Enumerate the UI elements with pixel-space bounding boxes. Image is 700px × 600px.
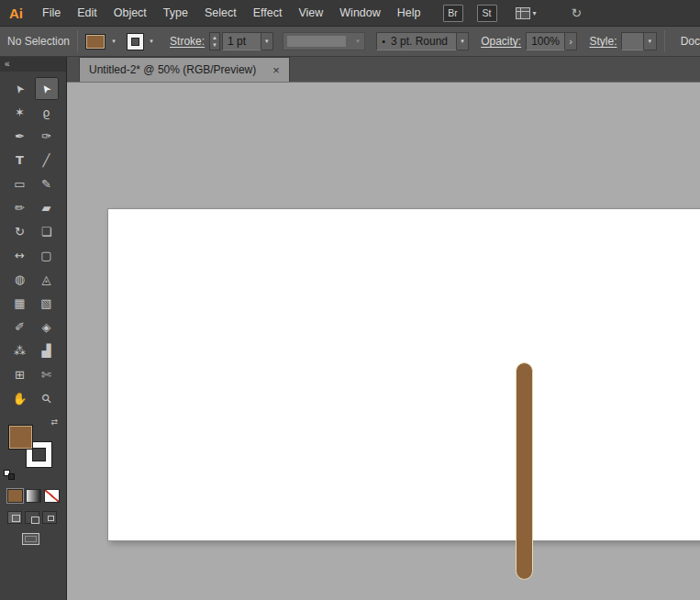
pen-icon: ✒ [15,130,25,142]
style-panel-link[interactable]: Style: [589,35,617,48]
stroke-weight-dropdown[interactable]: ▾ [261,32,274,50]
shape-builder-tool[interactable]: ◍ [8,268,32,291]
canvas-area[interactable] [67,83,700,600]
menu-item-window[interactable]: Window [331,0,388,26]
stroke-color-combo[interactable]: ▾ [128,33,158,50]
default-fill-stroke-icon[interactable] [4,470,15,480]
selection-tool[interactable]: ➤ [8,77,32,100]
stepper-up-icon[interactable]: ▲ [212,34,217,41]
stepper-down-icon[interactable]: ▼ [212,41,217,49]
draw-normal-button[interactable] [7,511,22,524]
close-icon[interactable]: × [272,64,280,76]
menu-item-view[interactable]: View [290,0,331,26]
draw-inside-button[interactable] [42,511,57,524]
fill-color-swatch[interactable] [85,34,106,50]
workspace-switcher[interactable]: ▾ [516,7,537,19]
menu-item-help[interactable]: Help [389,0,429,26]
fill-swatch[interactable] [8,425,33,450]
draw-behind-button[interactable] [25,511,39,524]
free-transform-tool[interactable]: ▢ [35,244,59,267]
gradient-button[interactable] [26,489,41,503]
pencil-tool[interactable]: ✏ [8,196,32,219]
default-stroke-icon [8,473,15,480]
lasso-icon: ϱ [42,106,50,118]
brush-stroke-artwork[interactable] [516,362,533,580]
blend-icon: ◈ [42,321,51,333]
pencil-icon: ✏ [15,202,25,214]
rectangle-tool[interactable]: ▭ [8,172,32,195]
direct-selection-tool[interactable]: ➤ [35,77,59,100]
paintbrush-icon: ✎ [41,178,51,190]
none-button[interactable] [44,489,60,503]
symbol-sprayer-tool[interactable]: ⁂ [8,339,32,362]
hand-tool[interactable]: ✋ [8,387,32,410]
gradient-icon: ▧ [40,297,51,309]
stock-button[interactable]: St [477,5,497,22]
chevron-down-icon[interactable]: ▾ [145,33,158,50]
blend-tool[interactable]: ◈ [35,316,59,339]
eraser-icon: ▰ [42,202,51,214]
paintbrush-tool[interactable]: ✎ [35,172,59,195]
swap-fill-stroke-icon[interactable]: ⇄ [50,417,58,427]
menu-item-file[interactable]: File [34,0,69,26]
scale-tool[interactable]: ❏ [35,220,59,243]
opacity-panel-link[interactable]: Opacity: [481,35,521,48]
menu-item-select[interactable]: Select [196,0,245,26]
menu-item-effect[interactable]: Effect [245,0,291,26]
brush-definition-field[interactable]: • 3 pt. Round [376,32,456,50]
screen-mode-button[interactable] [22,533,39,545]
selection-status: No Selection [7,35,70,48]
brush-definition-value: 3 pt. Round [391,35,448,48]
mesh-tool[interactable]: ▦ [8,292,32,315]
app-logo[interactable]: Ai [9,6,23,21]
workspace-icon [516,7,530,19]
pen-tool[interactable]: ✒ [8,125,32,148]
lasso-tool[interactable]: ϱ [35,101,59,124]
gradient-tool[interactable]: ▧ [35,292,59,315]
line-segment-tool[interactable]: ╱ [35,149,59,172]
menu-item-type[interactable]: Type [155,0,196,26]
eyedropper-tool[interactable]: ✐ [8,316,32,339]
type-tool[interactable]: T [8,149,32,172]
sync-icon[interactable]: ↻ [572,6,583,20]
stroke-panel-link[interactable]: Stroke: [170,35,205,48]
zoom-icon: ⚲ [39,392,54,406]
curvature-icon: ✑ [41,130,51,142]
panel-collapse-button[interactable]: « [0,57,66,72]
chevron-down-icon[interactable]: ▾ [107,33,120,50]
slice-tool[interactable]: ✄ [35,363,59,386]
menu-item-edit[interactable]: Edit [69,0,106,26]
curvature-tool[interactable]: ✑ [35,125,59,148]
rotate-tool[interactable]: ↻ [8,220,32,243]
width-tool[interactable]: ↔ [8,244,32,267]
brush-definition-dropdown[interactable]: ▾ [457,32,470,50]
zoom-tool[interactable]: ⚲ [35,387,59,410]
document-setup-button[interactable]: Doc [681,35,700,48]
column-graph-tool[interactable]: ▟ [35,339,59,362]
menu-item-object[interactable]: Object [106,0,155,26]
perspective-grid-tool[interactable]: ◬ [35,268,59,291]
stroke-weight-field[interactable]: 1 pt [222,32,261,50]
chevron-down-icon: ▾ [351,38,364,45]
drawing-mode-buttons [7,511,66,524]
graphic-style-field[interactable] [621,32,644,50]
document-tab-bar: Untitled-2* @ 50% (RGB/Preview) × [67,57,700,83]
graphic-style-dropdown[interactable]: ▾ [644,32,657,50]
eraser-tool[interactable]: ▰ [35,196,59,219]
document-tab[interactable]: Untitled-2* @ 50% (RGB/Preview) × [79,57,290,82]
magic-wand-tool[interactable]: ✶ [8,101,32,124]
stroke-color-swatch[interactable] [128,34,143,50]
control-bar: No Selection ▾ ▾ Stroke: ▲ ▼ 1 pt ▾ ▾ • … [0,27,700,57]
opacity-field[interactable]: 100% [526,32,565,50]
artboard-tool[interactable]: ⊞ [8,363,32,386]
scale-icon: ❏ [41,226,52,238]
slice-icon: ✄ [41,369,51,381]
bridge-button[interactable]: Br [443,5,463,22]
fill-color-combo[interactable]: ▾ [85,33,120,50]
menu-items: FileEditObjectTypeSelectEffectViewWindow… [34,0,429,26]
artboard[interactable] [107,208,700,541]
stroke-weight-stepper[interactable]: ▲ ▼ [209,32,220,50]
color-button[interactable] [7,489,23,503]
fill-stroke-controls: ⇄ [0,419,66,478]
opacity-flyout-arrow[interactable]: › [565,32,578,50]
